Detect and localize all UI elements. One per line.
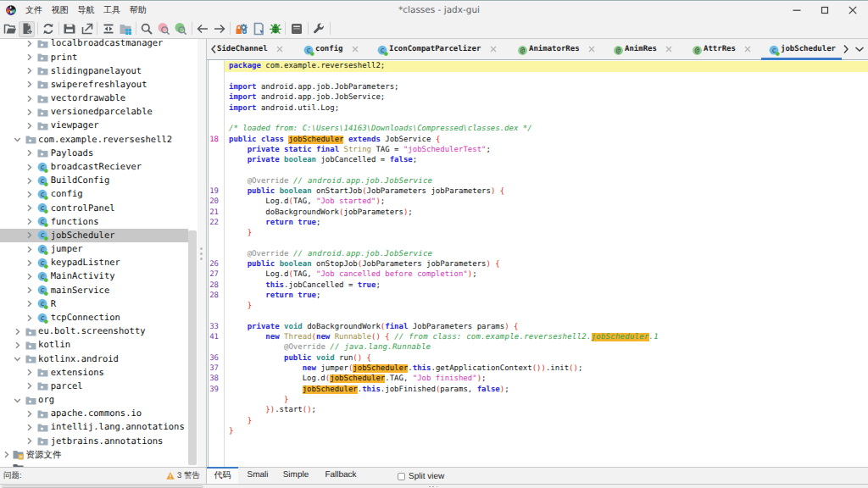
menu-tools[interactable]: 工具 [103, 4, 121, 16]
chevron-right-icon[interactable] [25, 369, 33, 376]
chevron-down-icon[interactable] [14, 396, 21, 404]
chevron-right-icon[interactable] [25, 314, 33, 322]
save-all-button[interactable] [62, 21, 78, 37]
chevron-right-icon[interactable] [25, 259, 33, 267]
chevron-right-icon[interactable] [25, 204, 33, 212]
chevron-right-icon[interactable] [3, 451, 10, 458]
deobfuscation-button[interactable] [234, 21, 250, 37]
tree-item-parcel[interactable]: parcel [0, 380, 198, 393]
tree-item-print[interactable]: print [0, 51, 198, 64]
preferences-button[interactable] [311, 21, 327, 37]
tree-item-broadcastReciever[interactable]: cbroadcastReciever [0, 160, 198, 174]
open-file-button[interactable] [2, 21, 18, 37]
tree-item-org[interactable]: org [0, 393, 198, 407]
reload-button[interactable] [41, 21, 57, 37]
tab-list-dropdown-icon[interactable] [854, 45, 865, 56]
editor-tab-AnimatorRes[interactable]: @AnimatorRes [503, 39, 602, 60]
menu-help[interactable]: 帮助 [129, 4, 147, 16]
editor-tab-config[interactable]: cconfig [289, 39, 365, 60]
chevron-right-icon[interactable] [25, 382, 33, 390]
search-usage-button[interactable] [173, 21, 189, 37]
chevron-right-icon[interactable] [25, 218, 33, 225]
tree-item-swiperefreshlayout[interactable]: swiperefreshlayout [0, 78, 198, 92]
tree-item-资源文件[interactable]: 资源文件 [0, 448, 198, 462]
bottom-tab-smali[interactable]: Smali [241, 467, 275, 484]
chevron-right-icon[interactable] [25, 410, 33, 418]
chevron-right-icon[interactable] [25, 40, 33, 47]
tree-item-vectordrawable[interactable]: vectordrawable [0, 92, 198, 105]
chevron-right-icon[interactable] [25, 231, 33, 239]
tree-item-mainService[interactable]: cmainService [0, 284, 198, 297]
tree-item-slidingpanelayout[interactable]: slidingpanelayout [0, 64, 198, 78]
tree-item-functions[interactable]: cfunctions [0, 215, 198, 229]
chevron-right-icon[interactable] [25, 437, 33, 445]
tree-item-intellij-lang-annotations[interactable]: intellij.lang.annotations [0, 420, 198, 434]
editor-tab-SideChannel[interactable]: SideChannel [210, 39, 290, 60]
chevron-right-icon[interactable] [25, 164, 33, 171]
tree-item-jumper[interactable]: cjumper [0, 242, 198, 256]
chevron-down-icon[interactable] [14, 355, 21, 363]
tree-item-versionedparcelable[interactable]: versionedparcelable [0, 105, 198, 119]
code-editor[interactable]: 181920212226272828334136373839 package c… [207, 60, 868, 467]
tree-item-keypadListner[interactable]: ckeypadListner [0, 256, 198, 269]
chevron-right-icon[interactable] [25, 80, 33, 88]
chevron-right-icon[interactable] [25, 53, 33, 61]
tree-item-MainActivity[interactable]: cMainActivity [0, 269, 198, 283]
bottom-tab-simple[interactable]: Simple [279, 467, 313, 484]
chevron-right-icon[interactable] [25, 95, 33, 103]
export-button[interactable] [79, 21, 95, 37]
tree-item-viewpager[interactable]: viewpager [0, 119, 198, 132]
chevron-right-icon[interactable] [25, 300, 33, 308]
tree-item-extensions[interactable]: extensions [0, 366, 198, 380]
tree-item-controlPanel[interactable]: ccontrolPanel [0, 202, 198, 215]
tree-item-apache-commons-io[interactable]: apache.commons.io [0, 407, 198, 420]
panel-splitter[interactable] [198, 39, 206, 467]
tree-item-jobScheduler[interactable]: cjobScheduler [0, 229, 198, 242]
chevron-right-icon[interactable] [25, 122, 33, 130]
search-text-button[interactable] [139, 21, 155, 37]
minimize-button[interactable] [787, 1, 807, 19]
editor-tab-IconCompatParcelizer[interactable]: cIconCompatParcelizer [363, 39, 503, 60]
nav-back-button[interactable] [195, 21, 211, 37]
tab-close-icon[interactable] [490, 46, 497, 53]
chevron-right-icon[interactable] [25, 177, 33, 185]
menu-view[interactable]: 视图 [51, 4, 70, 16]
tree-item-com-example-reverseshell2[interactable]: com.example.reverseshell2 [0, 133, 198, 147]
menu-navigation[interactable]: 导航 [76, 4, 95, 16]
bottom-tab-code[interactable]: 代码 [207, 467, 238, 484]
editor-tab-AttrRes[interactable]: @AttrRes [677, 39, 758, 60]
export-resources-button[interactable] [117, 21, 133, 37]
tree-scrollbar[interactable] [188, 39, 198, 467]
tab-close-icon[interactable] [665, 46, 672, 53]
close-button[interactable] [843, 1, 863, 19]
resize-grip[interactable] [429, 486, 437, 488]
package-tree[interactable]: localbroadcastmanagerprintslidingpanelay… [0, 39, 198, 467]
tree-item-tcpConnection[interactable]: ctcpConnection [0, 311, 198, 324]
tree-item-config[interactable]: cconfig [0, 187, 198, 201]
tab-close-icon[interactable] [276, 46, 283, 53]
quark-report-button[interactable] [251, 21, 267, 37]
log-viewer-button[interactable] [289, 21, 305, 37]
chevron-right-icon[interactable] [25, 108, 33, 116]
nav-forward-button[interactable] [211, 21, 227, 37]
chevron-right-icon[interactable] [25, 424, 33, 431]
chevron-right-icon[interactable] [14, 328, 21, 336]
warning-count[interactable]: 3 警告 [177, 468, 200, 484]
tree-item-Payloads[interactable]: Payloads [0, 147, 198, 160]
chevron-right-icon[interactable] [25, 246, 33, 253]
split-view-checkbox[interactable] [398, 473, 405, 480]
tree-item-BuildConfig[interactable]: cBuildConfig [0, 174, 198, 187]
editor-tab-AnimRes[interactable]: @AnimRes [598, 39, 679, 60]
tree-item-localbroadcastmanager[interactable]: localbroadcastmanager [0, 39, 198, 51]
editor-tab-jobScheduler[interactable]: cjobScheduler [754, 39, 843, 60]
chevron-right-icon[interactable] [25, 149, 33, 157]
chevron-right-icon[interactable] [25, 273, 33, 280]
tree-item-R[interactable]: cR [0, 297, 198, 311]
menu-file[interactable]: 文件 [25, 4, 43, 16]
bottom-tab-fallback[interactable]: Fallback [317, 467, 364, 484]
tree-scrollbar-thumb[interactable] [188, 230, 197, 465]
tab-close-icon[interactable] [352, 46, 359, 53]
add-files-button[interactable] [19, 21, 35, 37]
chevron-right-icon[interactable] [25, 286, 33, 294]
issues-button[interactable] [267, 21, 283, 37]
